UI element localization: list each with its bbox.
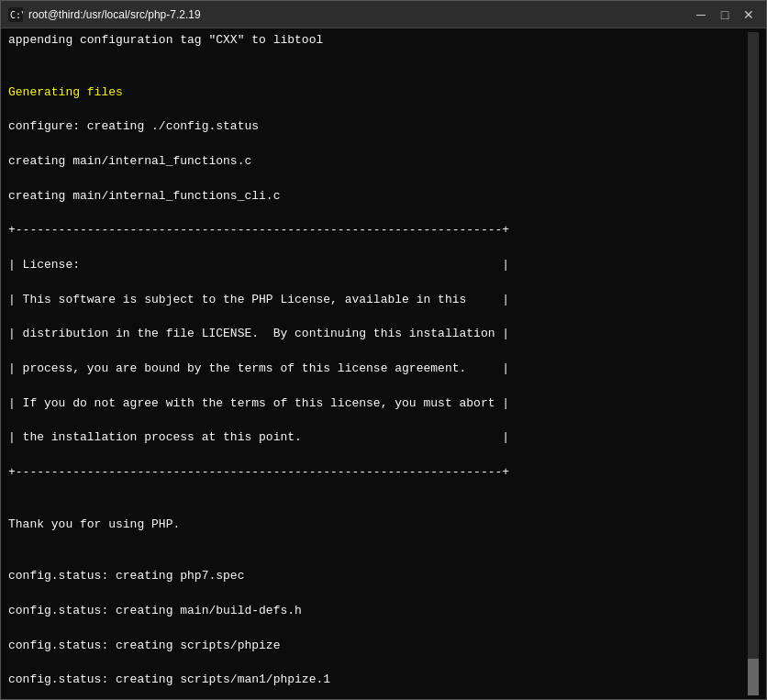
terminal-icon: C:\ bbox=[8, 7, 23, 22]
maximize-button[interactable]: □ bbox=[715, 5, 735, 25]
close-button[interactable]: ✕ bbox=[739, 5, 759, 25]
terminal-window: C:\ root@third:/usr/local/src/php-7.2.19… bbox=[0, 0, 767, 700]
title-bar: C:\ root@third:/usr/local/src/php-7.2.19… bbox=[1, 1, 766, 28]
scrollbar-thumb[interactable] bbox=[748, 659, 759, 695]
window-controls: ─ □ ✕ bbox=[691, 5, 759, 25]
terminal-output: appending configuration tag "CXX" to lib… bbox=[8, 32, 748, 695]
minimize-button[interactable]: ─ bbox=[691, 5, 711, 25]
terminal-body[interactable]: appending configuration tag "CXX" to lib… bbox=[1, 28, 766, 699]
window-title: root@third:/usr/local/src/php-7.2.19 bbox=[28, 8, 691, 21]
scrollbar[interactable] bbox=[748, 32, 759, 695]
svg-text:C:\: C:\ bbox=[10, 10, 23, 20]
